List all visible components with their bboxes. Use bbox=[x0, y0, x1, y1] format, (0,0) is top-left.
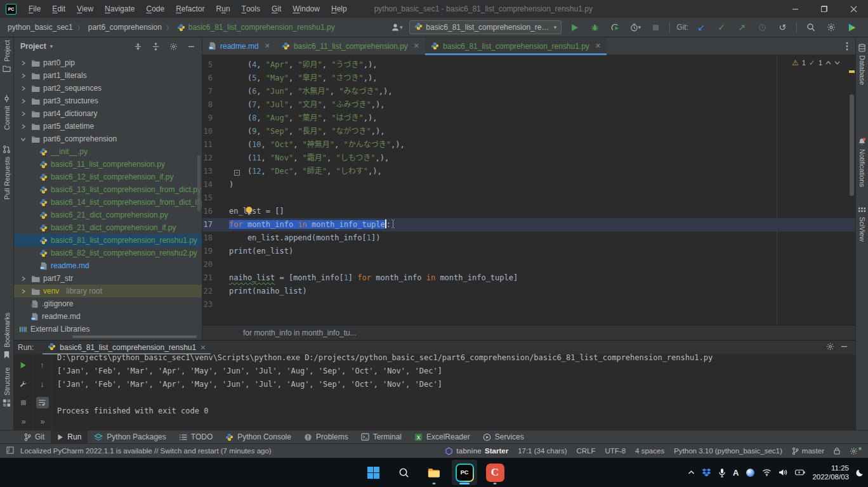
editor-tab-readme.md[interactable]: MDreadme.md✕ bbox=[202, 37, 276, 55]
code-line-16[interactable]: 16en_list = [] bbox=[202, 205, 855, 218]
git-rollback-button[interactable]: ↺ bbox=[775, 20, 790, 35]
user-profile-icon[interactable]: ▾ bbox=[389, 20, 404, 35]
project-view-dropdown-icon[interactable]: ▾ bbox=[50, 43, 53, 49]
tool-window-button-python-console[interactable]: Python Console bbox=[219, 431, 298, 443]
line-number[interactable]: 6 bbox=[202, 72, 224, 85]
line-number[interactable]: 16 bbox=[202, 205, 224, 218]
run-button[interactable] bbox=[567, 20, 582, 35]
tool-window-button-sciview[interactable]: SciView bbox=[856, 207, 868, 242]
pycharm-taskbar-icon[interactable]: PC bbox=[452, 460, 477, 485]
status-settings-gear-icon[interactable] bbox=[850, 447, 862, 455]
ime-mode-indicator[interactable]: A bbox=[733, 468, 739, 477]
line-number[interactable]: 8 bbox=[202, 98, 224, 112]
search-everywhere-icon[interactable] bbox=[803, 20, 819, 35]
caret-position[interactable]: 17:1 (34 chars) bbox=[518, 447, 567, 455]
code-line-11[interactable]: 11 (10, "Oct", "神無月", "かんなづき",), bbox=[202, 138, 855, 152]
line-number[interactable]: 21 bbox=[202, 271, 224, 285]
select-opened-file-icon[interactable] bbox=[131, 39, 145, 53]
code-line-21[interactable]: 21naiho_list = [month_info[1] for month_… bbox=[202, 271, 855, 285]
tree-item-part6_comprehension[interactable]: part6_comprehension bbox=[14, 133, 202, 145]
chevron-right-icon[interactable] bbox=[18, 124, 28, 129]
project-horizontal-scrollbar[interactable] bbox=[72, 335, 197, 338]
tree-item-basic6_21_dict_comprehension_if.py[interactable]: basic6_21_dict_comprehension_if.py bbox=[14, 221, 202, 234]
chevron-right-icon[interactable] bbox=[18, 98, 28, 104]
line-number[interactable]: 12 bbox=[202, 152, 224, 165]
tool-window-button-todo[interactable]: TODO bbox=[173, 431, 219, 443]
tab-options-icon[interactable] bbox=[839, 37, 855, 55]
git-commit-button[interactable]: ✓ bbox=[714, 20, 729, 35]
code-line-10[interactable]: 10 (9, "Sep", "長月", "ながつき",), bbox=[202, 125, 855, 138]
tree-item-__init__.py[interactable]: __init__.py bbox=[14, 145, 202, 158]
line-number[interactable]: 22 bbox=[202, 285, 224, 298]
project-settings-gear-icon[interactable] bbox=[166, 39, 180, 53]
tree-item-.gitignore[interactable]: .gitignore bbox=[14, 297, 202, 310]
line-number[interactable]: 19 bbox=[202, 245, 224, 258]
tool-window-button-bookmarks[interactable]: Bookmarks bbox=[0, 313, 13, 359]
run-tab[interactable]: basic6_81_list_comprehension_renshu1 ✕ bbox=[43, 341, 211, 354]
soft-wrap-icon[interactable] bbox=[36, 397, 49, 408]
line-separator[interactable]: CRLF bbox=[576, 447, 595, 455]
tree-item-part1_literals[interactable]: part1_literals bbox=[14, 69, 202, 82]
settings-gear-icon[interactable] bbox=[824, 20, 839, 35]
hide-panel-icon[interactable] bbox=[184, 39, 198, 53]
line-number[interactable]: 11 bbox=[202, 138, 224, 152]
taskbar-clock[interactable]: 11:25 2022/08/03 bbox=[812, 464, 849, 481]
close-tab-icon[interactable]: ✕ bbox=[414, 42, 419, 50]
editor-scrollbar[interactable] bbox=[850, 94, 854, 196]
tool-window-button-excelreader[interactable]: XExcelReader bbox=[408, 431, 477, 443]
chevron-right-icon[interactable] bbox=[18, 60, 28, 66]
volume-icon[interactable] bbox=[779, 469, 788, 476]
code-line-14[interactable]: 14) bbox=[202, 178, 855, 192]
profiler-button[interactable]: ▾ bbox=[628, 20, 643, 35]
tree-item-part7_str[interactable]: part7_str bbox=[14, 272, 202, 285]
menu-edit[interactable]: Edit bbox=[46, 0, 71, 18]
code-line-9[interactable]: 9 (8, "Aug", "葉月", "はづき",), bbox=[202, 112, 855, 125]
wifi-icon[interactable] bbox=[762, 469, 772, 476]
line-number[interactable]: 9 bbox=[202, 112, 224, 125]
tool-window-button-python-packages[interactable]: Python Packages bbox=[88, 431, 172, 443]
editor-tab-basic6_81_list_comprehension_renshu1.py[interactable]: basic6_81_list_comprehension_renshu1.py✕ bbox=[425, 37, 607, 55]
intention-bulb-icon[interactable] bbox=[244, 206, 254, 216]
fold-marker-icon[interactable] bbox=[234, 167, 240, 178]
camtasia-taskbar-icon[interactable]: C bbox=[482, 460, 508, 485]
cortana-tray-icon[interactable] bbox=[746, 468, 755, 477]
lock-icon[interactable] bbox=[834, 447, 840, 455]
debug-button[interactable] bbox=[587, 20, 602, 35]
menu-tools[interactable]: Tools bbox=[236, 0, 266, 18]
menu-refactor[interactable]: Refactor bbox=[170, 0, 210, 18]
line-number[interactable]: 7 bbox=[202, 85, 224, 98]
down-stack-trace-icon[interactable]: ↓ bbox=[36, 379, 49, 390]
tree-item-basic6_11_list_comprehension.py[interactable]: basic6_11_list_comprehension.py bbox=[14, 158, 202, 171]
prev-problem-icon[interactable] bbox=[825, 60, 831, 65]
start-button[interactable] bbox=[360, 460, 386, 485]
code-line-8[interactable]: 8 (7, "Jul", "文月", "ふみづき",), bbox=[202, 98, 855, 112]
line-number[interactable]: 23 bbox=[202, 298, 224, 311]
rerun-button[interactable] bbox=[17, 360, 30, 371]
focus-assist-moon-icon[interactable] bbox=[856, 469, 864, 477]
tree-item-readme.md[interactable]: MDreadme.md bbox=[14, 310, 202, 323]
code-line-5[interactable]: 5 (4, "Apr", "卯月", "うづき",), bbox=[202, 58, 855, 72]
tree-item-ExternalLibraries[interactable]: External Libraries bbox=[14, 323, 202, 335]
tray-expand-icon[interactable] bbox=[688, 470, 695, 475]
code-editor[interactable]: 5 (4, "Apr", "卯月", "うづき",),6 (5, "May", … bbox=[202, 55, 855, 325]
code-line-13[interactable]: 13 (12, "Dec", "師走", "しわす",), bbox=[202, 165, 855, 178]
close-button[interactable] bbox=[839, 0, 868, 18]
microphone-tray-icon[interactable] bbox=[718, 468, 726, 477]
battery-icon[interactable] bbox=[795, 469, 805, 476]
editor-tab-basic6_11_list_comprehension.py[interactable]: basic6_11_list_comprehension.py✕ bbox=[276, 37, 425, 55]
tree-item-basic6_13_list_comprehension_from_dict.py[interactable]: basic6_13_list_comprehension_from_dict.p… bbox=[14, 183, 202, 196]
tool-window-button-notifications[interactable]: Notifications bbox=[856, 138, 868, 187]
status-message[interactable]: Localized PyCharm 2022.1.1 is available … bbox=[20, 447, 272, 455]
code-line-7[interactable]: 7 (6, "Jun", "水無月", "みなづき",), bbox=[202, 85, 855, 98]
tool-window-button-project[interactable]: Project bbox=[0, 40, 13, 72]
git-update-button[interactable]: ↙ bbox=[694, 20, 709, 35]
indent-style[interactable]: 4 spaces bbox=[635, 447, 664, 455]
code-line-6[interactable]: 6 (5, "May", "皐月", "さつき",), bbox=[202, 72, 855, 85]
line-number[interactable]: 10 bbox=[202, 125, 224, 138]
tree-item-part0_pip[interactable]: part0_pip bbox=[14, 56, 202, 69]
code-line-22[interactable]: 22print(naiho_list) bbox=[202, 285, 855, 298]
menu-run[interactable]: Run bbox=[211, 0, 236, 18]
edit-configuration-wrench-icon[interactable] bbox=[17, 379, 30, 390]
file-encoding[interactable]: UTF-8 bbox=[605, 447, 626, 455]
up-stack-trace-icon[interactable]: ↑ bbox=[36, 360, 49, 371]
